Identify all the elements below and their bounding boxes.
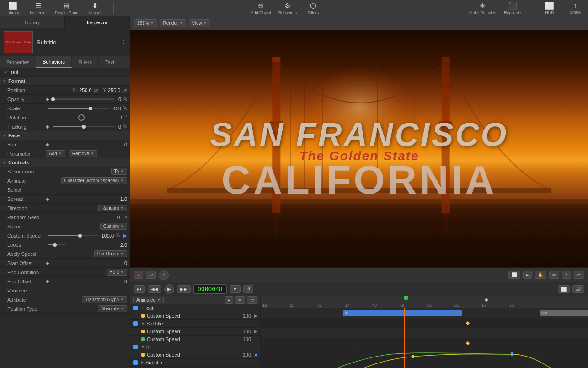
mute-btn[interactable]: 🔊	[572, 285, 584, 293]
timecode-dropdown[interactable]: ▼	[230, 285, 241, 293]
cs1-keyframe-1[interactable]	[466, 321, 470, 325]
sequencing-dropdown[interactable]: To ▼	[111, 168, 127, 175]
out-checkbox[interactable]	[133, 306, 138, 310]
playhead-marker[interactable]	[404, 296, 408, 301]
canvas-zoom-fit[interactable]: ⬜	[508, 271, 520, 279]
end-offset-value[interactable]: 0	[124, 279, 127, 284]
render-btn[interactable]: Render ▼	[160, 19, 187, 27]
toolbar-make-particles[interactable]: ✳ Make Particles	[469, 1, 496, 15]
apply-speed-dropdown[interactable]: Per Object ▼	[94, 250, 127, 257]
face-section-header[interactable]: ▼ Face	[0, 131, 130, 140]
tracking-slider[interactable]	[53, 126, 115, 127]
start-offset-value[interactable]: 0	[124, 260, 127, 266]
canvas-shape-tool[interactable]: ▭	[574, 271, 584, 279]
back-to-start-btn[interactable]: ⏮	[134, 285, 145, 293]
tab-behaviors[interactable]: Behaviors	[36, 56, 72, 68]
out-layer-checkbox[interactable]: ✓	[4, 69, 8, 76]
tracking-value[interactable]: 0	[118, 124, 121, 130]
tracking-diamond[interactable]: ◆	[46, 124, 49, 129]
add-parameter-btn[interactable]: Add ▼	[46, 150, 65, 157]
subtitle2-expand[interactable]: ▶	[141, 361, 144, 364]
scale-slider[interactable]	[48, 108, 109, 109]
toolbar-import[interactable]: ⬇ Import	[86, 1, 104, 15]
canvas-hand-tool[interactable]: ✋	[535, 271, 546, 279]
speed-dropdown[interactable]: Custom ▼	[100, 223, 127, 230]
view-btn[interactable]: View ▼	[189, 19, 210, 27]
in-bar[interactable]: in	[343, 310, 462, 316]
controls-section-header[interactable]: ▼ Controls	[0, 158, 130, 167]
tl-circle-btn[interactable]: ○	[159, 270, 169, 280]
tab-inspector[interactable]: Inspector	[65, 16, 130, 28]
toolbar-share[interactable]: ↑ Share	[566, 1, 584, 15]
in-checkbox[interactable]	[133, 345, 138, 349]
sub1-cs1-arrow[interactable]: ▶	[254, 329, 257, 334]
tab-properties[interactable]: Properties	[0, 56, 36, 68]
toolbar-filters[interactable]: ⬡ Filters	[304, 1, 322, 15]
tl-select-tool[interactable]: ▸	[225, 296, 233, 304]
attribute-dropdown[interactable]: Transform Glyph ▼	[82, 296, 127, 303]
canvas-pen-tool[interactable]: ✏	[549, 271, 559, 279]
loop-btn[interactable]: ↺	[243, 285, 253, 293]
zoom-display[interactable]: 151% ▼	[134, 19, 157, 27]
x-value[interactable]: -250.0	[77, 87, 91, 93]
rotation-dial[interactable]	[78, 114, 85, 121]
step-back-btn[interactable]: ◀◀	[148, 285, 161, 293]
timeline-tracks[interactable]: 19 25 31 37 43 49 55 61 67 73	[261, 296, 588, 368]
step-forward-btn[interactable]: ▶▶	[177, 285, 191, 293]
tl-pen-tool[interactable]: ✏	[235, 296, 245, 304]
spread-value[interactable]: 1.0	[120, 196, 127, 202]
blur-diamond[interactable]: ◆	[46, 142, 49, 147]
timecode-display[interactable]: 0000048	[193, 284, 227, 294]
in-expand[interactable]: ▼	[141, 346, 144, 349]
tl-back-btn[interactable]: ↩	[146, 271, 156, 279]
canvas-select-tool[interactable]: ▸	[523, 271, 532, 279]
position-type-dropdown[interactable]: Absolute ▼	[98, 305, 127, 312]
canvas-text-tool[interactable]: T	[562, 271, 571, 279]
animate-dropdown[interactable]: Character (without spaces) ▼	[61, 177, 127, 184]
toolbar-add-object[interactable]: ⊕ Add Object	[251, 1, 271, 15]
custom-speed-value[interactable]: 100.0	[102, 233, 114, 238]
random-seed-value[interactable]: 0	[117, 215, 120, 220]
toolbar-inspector[interactable]: ☰ Inspector	[29, 1, 48, 15]
subtitle2-checkbox[interactable]	[133, 360, 138, 365]
expand-timeline-btn[interactable]: ⬜	[558, 285, 570, 293]
loops-value[interactable]: 2.0	[120, 242, 127, 248]
toolbar-project-pane[interactable]: ▦ Project Pane	[55, 1, 79, 15]
cs1-arrow[interactable]: ▶	[254, 314, 257, 318]
format-section-header[interactable]: ▼ Format	[0, 77, 130, 86]
end-condition-dropdown[interactable]: Hold ▼	[107, 269, 128, 276]
spread-diamond[interactable]: ◆	[46, 196, 49, 201]
y-value[interactable]: 250.0	[108, 87, 121, 93]
animated-dropdown[interactable]: Animated ▼	[133, 297, 164, 303]
subtitle1-checkbox[interactable]	[133, 321, 138, 326]
out-expand[interactable]: ▼	[141, 307, 144, 310]
start-offset-diamond[interactable]: ◆	[46, 260, 49, 265]
custom-speed-slider[interactable]	[48, 235, 98, 236]
end-offset-diamond[interactable]: ◆	[46, 279, 49, 284]
random-seed-refresh[interactable]: ↺	[123, 215, 127, 220]
play-btn[interactable]: ▶	[164, 284, 174, 294]
custom-speed-link[interactable]: ▶	[123, 233, 127, 238]
tab-filters[interactable]: Filters	[72, 56, 99, 68]
rotation-value[interactable]: 0	[121, 115, 123, 120]
tl-record-btn[interactable]: ●	[134, 271, 143, 279]
tab-text[interactable]: Text	[99, 56, 121, 68]
tab-library[interactable]: Library	[0, 16, 65, 28]
out-marker[interactable]: ◆	[485, 297, 488, 302]
inspector-options-icon[interactable]: ⋮	[121, 39, 126, 45]
direction-dropdown[interactable]: Random ▼	[98, 205, 127, 211]
opacity-slider[interactable]	[53, 98, 115, 100]
opacity-diamond[interactable]: ◆	[46, 97, 49, 102]
opacity-value[interactable]: 0	[118, 97, 121, 102]
loops-slider[interactable]	[48, 244, 66, 245]
subtitle1-expand[interactable]: ▼	[141, 322, 144, 325]
toolbar-behaviors[interactable]: ⚙ Behaviors	[278, 1, 297, 15]
remove-parameter-btn[interactable]: Remove ▼	[69, 150, 97, 157]
toolbar-library[interactable]: ⬜ Library	[4, 1, 22, 15]
tl-square-tool[interactable]: ▭	[247, 296, 257, 304]
blur-value[interactable]: 0	[124, 142, 127, 147]
main-canvas[interactable]: SAN FRANCISCO The Golden State CALIFORNI…	[130, 30, 588, 267]
toolbar-replicate[interactable]: ⬛ Replicate	[503, 1, 522, 15]
toolbar-hud[interactable]: ⬜ HUD	[540, 1, 559, 15]
cs2-keyframe-1[interactable]	[466, 341, 470, 345]
